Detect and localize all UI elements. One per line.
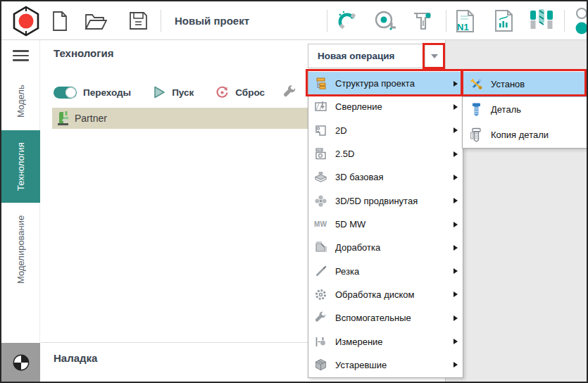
menu-item-disc-machining[interactable]: Обработка диском [308,283,463,306]
centroid-icon [11,353,31,372]
profile-icon[interactable] [569,1,588,40]
disc-machining-icon [312,287,329,301]
caliper-icon[interactable] [408,1,438,40]
toolbar-separator [327,10,327,32]
menu-item-2-5d[interactable]: 2.5D [308,142,463,165]
open-folder-icon[interactable] [82,1,110,40]
submenu-arrow-icon [453,198,458,203]
submenu-arrow-icon [453,268,458,274]
submenu-item-part[interactable]: Деталь [463,97,587,123]
nc-program-icon[interactable]: N1 [451,1,479,40]
tree-item-label: Partner [75,113,107,124]
submenu-arrow-icon [453,362,458,368]
submenu-item-part-copy[interactable]: Копия детали [463,122,587,147]
submenu-arrow-icon [453,291,458,297]
app-window: Новый проект [0,0,588,383]
tape-measure-icon[interactable] [370,1,400,40]
main-toolbar: Новый проект [1,1,587,40]
auxiliary-icon [312,311,329,325]
report-icon[interactable] [490,1,517,40]
menu-item-5d-mw[interactable]: MW 5D MW [308,213,463,236]
submenu-arrow-icon [453,127,458,133]
submenu-arrow-icon [453,222,458,227]
submenu-arrow-icon [453,245,458,251]
new-file-icon[interactable] [48,1,72,40]
save-icon[interactable] [125,1,151,40]
sidebar-tab-technology[interactable]: Технология [1,130,40,203]
toolbar-separator [446,10,446,32]
submenu-arrow-icon [453,175,458,180]
reset-icon[interactable] [215,85,230,100]
3d-basic-icon [312,170,329,184]
rework-icon [312,241,329,255]
setup-section-title: Наладка [54,352,97,364]
panel-title: Технология [54,47,113,59]
submenu-arrow-icon [453,315,458,321]
menu-item-measurement[interactable]: Измерение [308,329,463,353]
toolbar-separator [161,10,161,32]
run-icon[interactable] [152,85,166,99]
magnet-icon[interactable] [334,1,362,40]
new-operation-menu: Структура проекта Сверление [308,70,463,378]
reset-label: Сброс [235,87,265,98]
run-label: Пуск [172,87,194,98]
new-operation-label: Новая операция [308,51,425,61]
wrench-icon[interactable] [282,84,298,101]
transitions-label: Переходы [83,87,131,98]
sidebar-tab-simulation[interactable]: Моделирование [1,206,40,292]
2-5d-icon [312,147,329,161]
menu-item-auxiliary[interactable]: Вспомогательные [308,306,463,329]
part-icon [468,103,484,117]
submenu-arrow-icon [453,104,458,110]
machine-icon [56,111,70,126]
app-logo[interactable] [8,1,44,40]
toolbar-separator [564,10,565,32]
menu-item-drilling[interactable]: Сверление [308,95,463,118]
cutting-icon [312,264,329,278]
measurement-icon [312,334,329,349]
submenu-arrow-icon [453,339,458,344]
transitions-toggle[interactable] [54,87,77,99]
tools-icon[interactable] [525,1,558,40]
menu-toggle-icon[interactable] [13,50,29,61]
n1-badge: N1 [457,22,469,32]
menu-item-3d-basic[interactable]: 3D базовая [308,165,463,189]
menu-item-cutting[interactable]: Резка [308,260,463,283]
menu-item-legacy[interactable]: Устаревшие [308,353,463,377]
project-structure-icon [312,77,329,91]
workpiece-zero-button[interactable] [1,343,40,382]
menu-item-project-structure[interactable]: Структура проекта [308,72,463,95]
left-sidebar: Модель Технология Моделирование [1,40,40,382]
5d-mw-icon: MW [312,218,329,232]
submenu-item-setup[interactable]: Установ [463,72,587,97]
part-copy-icon [468,127,484,142]
legacy-icon [312,358,329,372]
project-title: Новый проект [175,1,249,40]
new-operation-dropdown[interactable]: Новая операция [308,44,444,68]
chevron-down-icon[interactable] [425,44,444,68]
drilling-icon [312,100,329,114]
menu-item-2d[interactable]: 2D [308,119,463,142]
submenu-arrow-icon [453,81,458,87]
sidebar-tab-model[interactable]: Модель [1,77,40,126]
submenu-arrow-icon [453,151,458,157]
2d-icon [312,123,329,137]
menu-item-rework[interactable]: Доработка [308,236,463,259]
setup-icon [468,77,484,92]
3d-5d-advanced-icon [312,194,329,208]
project-structure-submenu: Установ Деталь Копия детали [462,70,587,149]
panel-controls: Переходы Пуск Сброс [54,84,298,101]
menu-item-3d-5d-advanced[interactable]: 3D/5D продвинутая [308,189,463,213]
